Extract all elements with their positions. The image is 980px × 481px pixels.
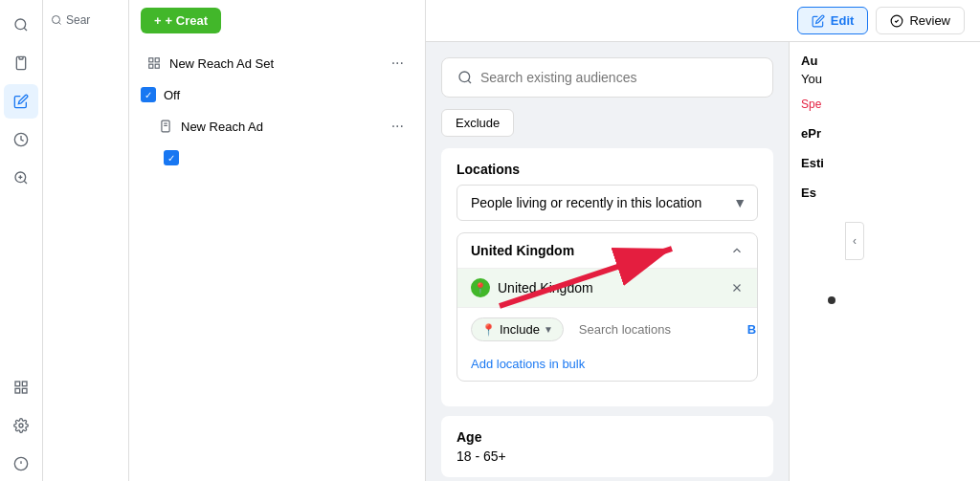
locations-box-header: United Kingdom	[457, 233, 757, 269]
exclude-button[interactable]: Exclude	[441, 109, 514, 137]
locations-box: United Kingdom 📍 United Kingdom 📍 Inclu	[457, 232, 758, 382]
form-panel: Exclude Locations People living or recen…	[426, 42, 789, 481]
settings-sidebar-btn[interactable]	[4, 408, 38, 443]
ad-icon	[158, 119, 173, 134]
include-search-row: 📍 Include ▼ Browse	[457, 308, 757, 351]
nav-search-area[interactable]: Sear	[43, 8, 128, 33]
create-label: + Creat	[166, 13, 208, 28]
epr-title: ePr	[801, 126, 969, 141]
edit-sidebar-btn[interactable]	[4, 84, 38, 119]
zoom-sidebar-btn[interactable]	[4, 161, 38, 195]
include-chevron-icon: ▼	[544, 324, 553, 335]
nav-panel: Sear	[43, 0, 129, 481]
adset-icon	[146, 55, 162, 71]
estimated-section: Esti	[801, 156, 969, 170]
adset-more-icon[interactable]: ···	[388, 53, 408, 74]
checkbox-off[interactable]: ✓	[141, 87, 156, 102]
specific-text: Spe	[801, 98, 969, 111]
svg-rect-6	[15, 382, 20, 386]
svg-point-23	[459, 72, 470, 82]
review-tab-button[interactable]: Review	[876, 7, 965, 34]
age-value: 18 - 65+	[457, 448, 758, 464]
collapse-panel-btn[interactable]: ‹	[845, 222, 864, 260]
content-area: Exclude Locations People living or recen…	[426, 42, 980, 481]
ad-more-icon[interactable]: ···	[388, 116, 408, 137]
locations-header-text: United Kingdom	[471, 243, 574, 258]
include-label: Include	[500, 322, 540, 337]
edit-tab-button[interactable]: Edit	[797, 7, 869, 34]
age-label: Age	[457, 429, 758, 445]
epr-section: ePr	[801, 126, 969, 141]
sidebar-icons-panel	[0, 0, 43, 481]
browse-locations-button[interactable]: Browse	[747, 322, 758, 337]
svg-point-14	[53, 16, 60, 24]
location-item-row: 📍 United Kingdom	[457, 269, 757, 308]
include-pill[interactable]: 📍 Include ▼	[471, 317, 564, 341]
svg-rect-8	[22, 388, 27, 393]
review-tab-label: Review	[909, 13, 950, 28]
ad-label: New Reach Ad	[181, 120, 380, 134]
search-sidebar-btn[interactable]	[4, 8, 38, 42]
info-sidebar-btn[interactable]	[4, 447, 38, 481]
browse-locations-label: Browse	[747, 322, 758, 337]
svg-rect-16	[155, 58, 159, 62]
tree-row-2[interactable]: ✓	[129, 146, 425, 169]
location-item-name: United Kingdom	[498, 280, 723, 295]
checkbox-2[interactable]: ✓	[164, 150, 179, 165]
svg-rect-7	[22, 382, 27, 386]
search-locations-input[interactable]	[579, 322, 740, 337]
exclude-label: Exclude	[456, 116, 500, 130]
location-type-dropdown-wrapper: People living or recently in this locati…	[457, 185, 758, 221]
search-audiences-icon	[457, 70, 473, 85]
audience-size-title: Au	[801, 54, 969, 68]
svg-rect-18	[149, 64, 153, 68]
svg-point-10	[19, 424, 23, 427]
locations-label: Locations	[457, 162, 758, 177]
create-icon: +	[154, 13, 162, 28]
tree-item-ad[interactable]: New Reach Ad ···	[135, 108, 419, 144]
nav-search-label: Sear	[66, 13, 90, 27]
tree-item-adset[interactable]: New Reach Ad Set ···	[135, 45, 419, 81]
add-bulk-link[interactable]: Add locations in bulk	[457, 351, 757, 381]
grid-sidebar-btn[interactable]	[4, 370, 38, 404]
estimated-title: Esti	[801, 156, 969, 170]
add-bulk-label: Add locations in bulk	[471, 357, 585, 371]
off-label: Off	[164, 88, 180, 102]
right-panel: Au You Spe ePr Esti Es	[789, 42, 980, 481]
tree-items: New Reach Ad Set ··· ✓ Off New Reach Ad …	[129, 39, 425, 173]
svg-rect-15	[149, 58, 153, 62]
location-pin-icon: 📍	[471, 278, 490, 297]
include-pin-icon: 📍	[481, 323, 496, 337]
adset-label: New Reach Ad Set	[169, 56, 380, 71]
es-title: Es	[801, 186, 969, 200]
tree-row-off[interactable]: ✓ Off	[129, 83, 425, 106]
search-audiences-input[interactable]	[480, 70, 757, 85]
top-bar: Edit Review	[426, 0, 980, 42]
es-section: Es	[801, 186, 969, 200]
svg-point-0	[15, 19, 26, 30]
svg-rect-1	[19, 56, 23, 59]
edit-tab-label: Edit	[831, 13, 855, 28]
clock-sidebar-btn[interactable]	[4, 122, 38, 157]
age-section: Age 18 - 65+	[441, 416, 773, 477]
search-audiences-box	[441, 57, 773, 98]
tree-panel: + + Creat New Reach Ad Set ··· ✓ Off New…	[129, 0, 426, 481]
clipboard-sidebar-btn[interactable]	[4, 46, 38, 80]
svg-rect-9	[15, 388, 20, 393]
locations-expand-icon[interactable]	[730, 244, 744, 257]
main-content: Edit Review Exclude Locations	[426, 0, 980, 481]
location-remove-icon[interactable]	[730, 281, 744, 295]
create-button[interactable]: + + Creat	[141, 8, 221, 33]
svg-rect-17	[155, 64, 159, 68]
location-type-dropdown[interactable]: People living or recently in this locati…	[457, 185, 758, 221]
you-text: You	[801, 72, 969, 86]
locations-section: Locations People living or recently in t…	[441, 148, 773, 406]
